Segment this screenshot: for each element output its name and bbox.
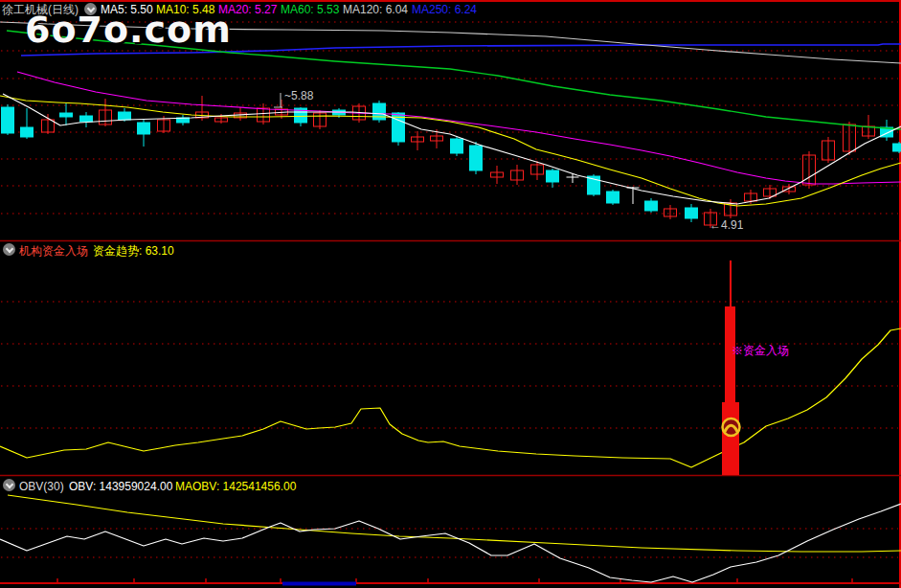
- down-candle: [451, 139, 463, 153]
- candlestick-series: [2, 96, 901, 228]
- down-candle: [686, 208, 698, 218]
- down-candle: [607, 192, 619, 203]
- maobv-value-label: MAOBV: 142541456.00: [175, 480, 296, 493]
- ma120-label: MA120: 6.04: [343, 3, 408, 16]
- fund-signal-bar: [722, 260, 739, 475]
- obv-panel-title: OBV(30): [19, 480, 64, 493]
- chart-canvas[interactable]: [0, 0, 901, 588]
- down-candle: [547, 170, 559, 182]
- down-candle: [119, 112, 131, 120]
- down-candle: [80, 116, 93, 122]
- obv-line: [0, 504, 901, 582]
- fund-panel-title: 机构资金入场: [19, 244, 88, 258]
- fund-entry-signal-label: ※资金入场: [732, 344, 789, 357]
- fund-trend-value: 资金趋势: 63.10: [93, 244, 174, 258]
- ma60-label: MA60: 5.53: [281, 3, 339, 16]
- down-candle: [60, 113, 73, 117]
- panel-borders: [0, 0, 901, 588]
- high-price-marker: ~5.88: [284, 89, 313, 102]
- fund-entry-coin-icon: [723, 418, 740, 436]
- ma250-label: MA250: 6.24: [412, 3, 477, 16]
- down-candle: [645, 201, 658, 211]
- watermark: 6o7o.com: [25, 9, 232, 51]
- down-candle: [2, 107, 14, 133]
- down-candle: [21, 127, 34, 137]
- down-candle: [470, 146, 483, 170]
- low-price-marker: ←4.91: [710, 218, 743, 232]
- axis-highlight-segment: [282, 582, 356, 586]
- obv-value-label: OBV: 143959024.00: [69, 480, 172, 493]
- maobv-line: [8, 495, 901, 552]
- trading-app-window: 徐工机械(日线) MA5: 5.50 MA10: 5.48 MA20: 5.27…: [0, 0, 901, 588]
- down-candle: [893, 144, 901, 151]
- chevron-down-icon[interactable]: [3, 479, 15, 491]
- time-axis: [0, 578, 901, 586]
- chevron-down-icon[interactable]: [3, 243, 15, 256]
- grid-lines: [1, 22, 898, 557]
- down-candle: [138, 123, 150, 134]
